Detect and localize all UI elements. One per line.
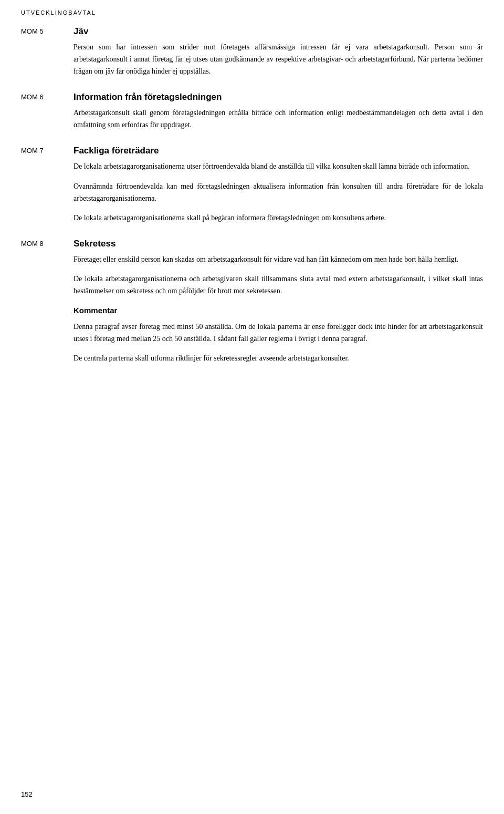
mom6-paragraph-0: Arbetstagarkonsult skall genom företagsl… (74, 107, 483, 131)
mom5-title: Jäv (74, 26, 483, 37)
mom7-body: De lokala arbetstagarorganisationerna ut… (74, 160, 483, 223)
mom8-body: Företaget eller enskild person kan skada… (74, 253, 483, 364)
mom7-paragraph-0: De lokala arbetstagarorganisationerna ut… (74, 160, 483, 172)
mom7-title: Fackliga företrädare (74, 146, 483, 156)
mom8-label: MOM 8 (21, 239, 74, 364)
mom6-body: Arbetstagarkonsult skall genom företagsl… (74, 107, 483, 131)
mom7-label: MOM 7 (21, 146, 74, 223)
mom8-paragraph-1: De lokala arbetstagarorganisationerna oc… (74, 273, 483, 297)
mom8-content: Sekretess Företaget eller enskild person… (74, 239, 483, 364)
section-mom7: MOM 7 Fackliga företrädare De lokala arb… (21, 146, 483, 223)
section-mom5: MOM 5 Jäv Person som har intressen som s… (21, 26, 483, 77)
mom5-paragraph-0: Person som har intressen som strider mot… (74, 41, 483, 77)
mom6-title: Information från företagsledningen (74, 92, 483, 102)
mom7-content: Fackliga företrädare De lokala arbetstag… (74, 146, 483, 223)
mom6-label: MOM 6 (21, 92, 74, 131)
mom6-content: Information från företagsledningen Arbet… (74, 92, 483, 131)
content-area: MOM 5 Jäv Person som har intressen som s… (21, 26, 483, 782)
mom8-subsection-paragraph-1: De centrala parterna skall utforma riktl… (74, 352, 483, 364)
section-mom8: MOM 8 Sekretess Företaget eller enskild … (21, 239, 483, 364)
mom8-subsection-paragraph-0: Denna paragraf avser företag med minst 5… (74, 321, 483, 345)
mom7-paragraph-1: Ovannämnda förtroendevalda kan med föret… (74, 180, 483, 204)
mom5-body: Person som har intressen som strider mot… (74, 41, 483, 77)
mom5-content: Jäv Person som har intressen som strider… (74, 26, 483, 77)
mom7-paragraph-2: De lokala arbetstagarorganisationerna sk… (74, 212, 483, 224)
mom5-label: MOM 5 (21, 26, 74, 77)
mom8-paragraph-0: Företaget eller enskild person kan skada… (74, 253, 483, 265)
section-mom6: MOM 6 Information från företagsledningen… (21, 92, 483, 131)
page-number: 152 (21, 790, 33, 798)
mom8-subsection-title: Kommentar (74, 304, 483, 317)
mom8-title: Sekretess (74, 239, 483, 249)
